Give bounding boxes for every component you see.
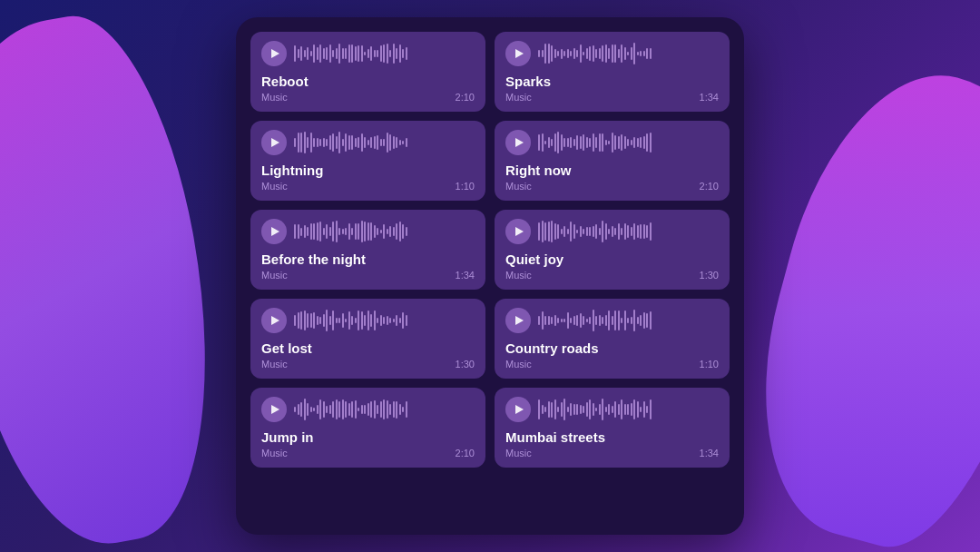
waveform-bar: [599, 48, 601, 60]
track-title: Sparks: [505, 74, 551, 90]
waveform-bar: [294, 407, 296, 411]
waveform-bar: [573, 224, 575, 239]
track-card[interactable]: Before the nightMusic1:34: [250, 210, 485, 290]
waveform: [294, 41, 475, 66]
waveform-bar: [580, 313, 582, 328]
waveform-bar: [406, 315, 407, 325]
waveform-bar: [631, 227, 632, 236]
waveform-bar: [364, 405, 366, 413]
track-card[interactable]: Quiet joyMusic1:30: [495, 210, 730, 290]
waveform-bar: [570, 403, 572, 415]
waveform-bar: [646, 48, 648, 59]
waveform-bar: [377, 228, 378, 235]
waveform-bar: [313, 44, 315, 62]
waveform-bar: [548, 401, 550, 418]
waveform-bar: [380, 139, 382, 147]
waveform-bar: [589, 399, 591, 419]
track-grid: RebootMusic2:10SparksMusic1:34LightningM…: [250, 32, 730, 468]
waveform-bar: [332, 50, 334, 58]
waveform-bar: [627, 225, 629, 238]
waveform-bar: [348, 403, 350, 416]
play-button[interactable]: [505, 219, 531, 244]
card-info: Mumbai streetsMusic1:34: [505, 429, 719, 458]
play-button[interactable]: [505, 130, 531, 155]
waveform-bar: [576, 135, 578, 150]
track-card[interactable]: LightningMusic1:10: [250, 121, 485, 201]
waveform-bar: [298, 49, 299, 59]
play-button[interactable]: [261, 308, 287, 333]
play-button[interactable]: [505, 397, 531, 422]
track-duration: 1:10: [456, 181, 475, 192]
waveform-bar: [627, 318, 629, 323]
waveform-bar: [621, 318, 622, 324]
waveform-bar: [564, 138, 565, 148]
waveform-bar: [631, 47, 632, 60]
waveform-bar: [595, 137, 597, 149]
waveform-bar: [573, 48, 575, 59]
waveform-bar: [542, 311, 544, 330]
waveform-bar: [570, 222, 572, 242]
waveform-bar: [358, 223, 359, 240]
waveform-bar: [380, 315, 382, 327]
waveform-bar: [377, 50, 378, 58]
waveform-bar: [593, 45, 594, 61]
waveform-bar: [402, 49, 404, 57]
waveform-bar: [646, 313, 648, 328]
waveform-bar: [406, 138, 407, 148]
waveform-bar: [361, 45, 363, 62]
waveform-bar: [383, 399, 385, 419]
waveform-bar: [624, 310, 626, 331]
waveform-bar: [364, 222, 366, 241]
play-button[interactable]: [261, 397, 287, 422]
waveform-bar: [564, 226, 565, 236]
waveform-bar: [399, 318, 401, 324]
waveform-bar: [650, 133, 652, 153]
card-top: [505, 397, 719, 422]
play-button[interactable]: [261, 219, 287, 244]
waveform-bar: [621, 228, 622, 234]
waveform-bar: [377, 318, 378, 323]
waveform-bar: [599, 228, 601, 235]
waveform-bar: [538, 134, 540, 151]
waveform-bar: [393, 401, 395, 417]
waveform-bar: [544, 316, 546, 324]
waveform-bar: [332, 401, 334, 419]
waveform-bar: [300, 228, 302, 236]
track-card[interactable]: Country roadsMusic1:10: [495, 299, 730, 379]
waveform-bar: [605, 44, 607, 62]
waveform-bar: [387, 133, 388, 153]
waveform-bar: [294, 315, 296, 326]
waveform-bar: [329, 135, 331, 149]
waveform-bar: [310, 223, 312, 239]
waveform-bar: [300, 46, 302, 62]
waveform-bar: [637, 401, 639, 419]
waveform-bar: [377, 405, 378, 413]
waveform-bar: [538, 316, 540, 325]
play-button[interactable]: [261, 41, 287, 66]
play-button[interactable]: [505, 41, 531, 66]
card-top: [261, 41, 475, 66]
waveform-bar: [310, 407, 312, 412]
card-text: SparksMusic: [505, 74, 551, 103]
waveform-bar: [345, 401, 347, 418]
track-card[interactable]: Mumbai streetsMusic1:34: [495, 388, 730, 468]
track-card[interactable]: Jump inMusic2:10: [250, 388, 485, 468]
waveform-bar: [548, 44, 550, 64]
play-button[interactable]: [261, 130, 287, 155]
track-card[interactable]: Get lostMusic1:30: [250, 299, 485, 379]
waveform-bar: [336, 48, 338, 59]
waveform-bar: [300, 402, 302, 417]
waveform-bar: [624, 136, 626, 149]
track-card[interactable]: SparksMusic1:34: [495, 32, 730, 112]
play-button[interactable]: [505, 308, 531, 333]
track-card[interactable]: Right nowMusic2:10: [495, 121, 730, 201]
waveform-bar: [361, 311, 363, 329]
waveform-bar: [544, 407, 546, 411]
waveform-bar: [368, 403, 369, 415]
waveform-bar: [595, 408, 597, 411]
waveform-bar: [399, 404, 401, 415]
waveform-bar: [570, 137, 572, 148]
track-card[interactable]: RebootMusic2:10: [250, 32, 485, 112]
waveform-bar: [542, 221, 544, 242]
waveform-bar: [627, 52, 629, 56]
